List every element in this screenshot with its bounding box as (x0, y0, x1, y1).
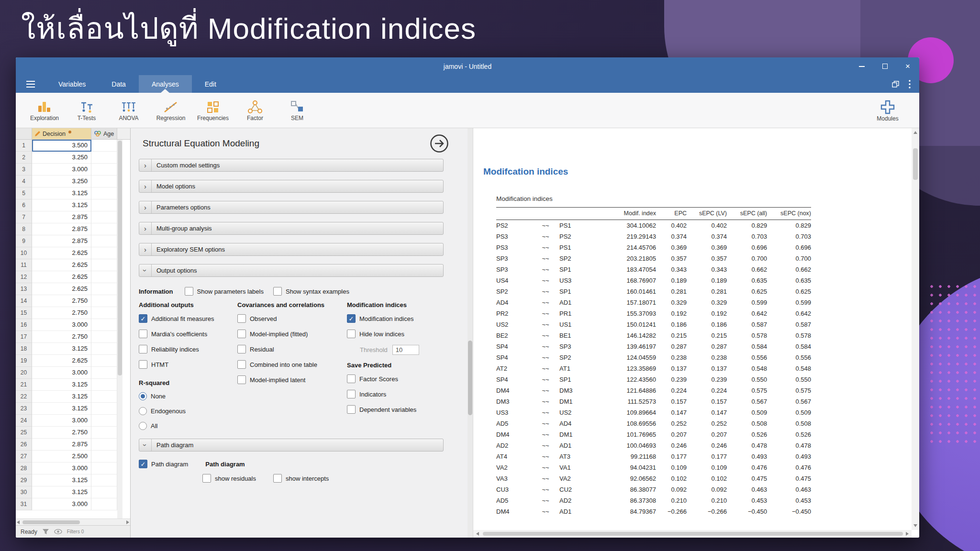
row-number[interactable]: 10 (16, 247, 32, 259)
row-number[interactable]: 4 (16, 176, 32, 187)
checkbox-show-syntax-examples[interactable]: Show syntax examples (273, 287, 349, 296)
section-custom-model-settings[interactable]: Custom model settings (139, 159, 444, 172)
scrollbar-thumb[interactable] (22, 520, 80, 524)
scroll-left-icon[interactable] (476, 532, 479, 536)
row-number[interactable]: 3 (16, 164, 32, 176)
checkbox-htmt[interactable]: HTMT (139, 360, 237, 369)
cell-age[interactable] (91, 415, 117, 427)
cell-decision[interactable]: 3.125 (32, 391, 91, 403)
checkbox-reliability-indices[interactable]: Reliability indices (139, 345, 237, 353)
cell-decision[interactable]: 2.750 (32, 427, 91, 439)
panel-toggle-icon[interactable] (892, 81, 899, 88)
row-number[interactable]: 5 (16, 187, 32, 199)
maximize-button[interactable] (873, 57, 896, 75)
cell-decision[interactable]: 3.125 (32, 187, 91, 199)
results-horizontal-scrollbar[interactable] (473, 530, 912, 538)
row-number[interactable]: 26 (16, 439, 32, 451)
cell-age[interactable] (91, 355, 117, 367)
cell-age[interactable] (91, 486, 117, 498)
cell-decision[interactable]: 3.000 (32, 367, 91, 379)
section-path-diagram[interactable]: Path diagram (139, 439, 444, 452)
section-exploratory-sem-options[interactable]: Exploratory SEM options (139, 243, 444, 256)
cell-age[interactable] (91, 427, 117, 439)
cell-age[interactable] (91, 367, 117, 379)
cell-age[interactable] (91, 439, 117, 451)
cell-age[interactable] (91, 295, 117, 307)
minimize-button[interactable] (850, 57, 873, 75)
column-header-age[interactable]: Age (91, 128, 117, 139)
ribbon-frequencies-button[interactable]: Frequencies (192, 99, 234, 121)
checkbox-modification-indices[interactable]: Modification indices (347, 314, 444, 323)
checkbox-indicators[interactable]: Indicators (347, 390, 444, 398)
filter-icon[interactable] (42, 529, 49, 535)
row-number[interactable]: 16 (16, 319, 32, 331)
checkbox-mardia-s-coefficients[interactable]: Mardia's coefficients (139, 330, 237, 338)
section-parameters-options[interactable]: Parameters options (139, 201, 444, 214)
collapse-panel-button[interactable] (430, 134, 449, 153)
ribbon-sem-button[interactable]: SEM (276, 99, 318, 121)
cell-decision[interactable]: 3.000 (32, 415, 91, 427)
threshold-input[interactable]: 10 (392, 345, 419, 355)
hamburger-menu-button[interactable] (16, 75, 45, 93)
row-number[interactable]: 13 (16, 283, 32, 295)
checkbox-model-implied-fitted-[interactable]: Model-implied (fitted) (237, 330, 347, 338)
row-number[interactable]: 2 (16, 152, 32, 164)
checkbox-path-diagram[interactable]: Path diagram (139, 460, 188, 468)
checkbox-show-residuals[interactable]: show residuals (202, 474, 256, 483)
row-number[interactable]: 20 (16, 367, 32, 379)
row-number[interactable]: 15 (16, 307, 32, 319)
cell-age[interactable] (91, 463, 117, 474)
cell-age[interactable] (91, 391, 117, 403)
close-button[interactable]: × (896, 57, 919, 75)
scrollbar-thumb[interactable] (468, 341, 472, 415)
row-number[interactable]: 11 (16, 259, 32, 271)
checkbox-hide-low-indices[interactable]: Hide low indices (347, 330, 444, 338)
cell-age[interactable] (91, 187, 117, 199)
checkbox-dependent-variables[interactable]: Dependent variables (347, 405, 444, 414)
scroll-right-icon[interactable] (126, 520, 129, 524)
cell-age[interactable] (91, 235, 117, 247)
scroll-up-icon[interactable] (913, 131, 917, 134)
cell-age[interactable] (91, 498, 117, 510)
cell-decision[interactable]: 2.750 (32, 331, 91, 343)
results-vertical-scrollbar[interactable] (912, 128, 919, 530)
scrollbar-thumb[interactable] (118, 141, 122, 375)
cell-decision[interactable]: 2.750 (32, 295, 91, 307)
row-number[interactable]: 27 (16, 451, 32, 463)
cell-age[interactable] (91, 223, 117, 235)
radio-none[interactable]: None (139, 392, 237, 400)
row-number[interactable]: 17 (16, 331, 32, 343)
sheet-vertical-scrollbar[interactable] (117, 140, 122, 518)
eye-icon[interactable] (54, 529, 62, 534)
scroll-right-icon[interactable] (906, 532, 909, 536)
cell-age[interactable] (91, 199, 117, 211)
cell-decision[interactable]: 2.500 (32, 451, 91, 463)
cell-age[interactable] (91, 343, 117, 355)
cell-age[interactable] (91, 176, 117, 187)
row-number[interactable]: 6 (16, 199, 32, 211)
row-number[interactable]: 18 (16, 343, 32, 355)
cell-decision[interactable]: 3.125 (32, 343, 91, 355)
cell-decision[interactable]: 3.000 (32, 164, 91, 176)
cell-age[interactable] (91, 403, 117, 415)
row-number[interactable]: 8 (16, 223, 32, 235)
sheet-horizontal-scrollbar[interactable] (16, 518, 130, 525)
cell-decision[interactable]: 2.875 (32, 211, 91, 223)
scrollbar-thumb[interactable] (483, 532, 903, 536)
row-number[interactable]: 25 (16, 427, 32, 439)
checkbox-additional-fit-measures[interactable]: Additional fit measures (139, 314, 237, 323)
cell-decision[interactable]: 3.250 (32, 152, 91, 164)
checkbox-factor-scores[interactable]: Factor Scores (347, 375, 444, 383)
cell-decision[interactable]: 2.625 (32, 283, 91, 295)
cell-age[interactable] (91, 271, 117, 283)
section-model-options[interactable]: Model options (139, 180, 444, 193)
cell-decision[interactable]: 3.250 (32, 176, 91, 187)
ribbon-anova-button[interactable]: ANOVA (108, 99, 150, 121)
radio-endogenous[interactable]: Endogenous (139, 407, 237, 415)
checkbox-show-parameters-labels[interactable]: Show parameters labels (185, 287, 264, 296)
cell-decision[interactable]: 3.125 (32, 403, 91, 415)
ribbon-exploration-button[interactable]: Exploration (23, 99, 66, 121)
checkbox-residual[interactable]: Residual (237, 345, 347, 353)
cell-age[interactable] (91, 307, 117, 319)
cell-age[interactable] (91, 319, 117, 331)
